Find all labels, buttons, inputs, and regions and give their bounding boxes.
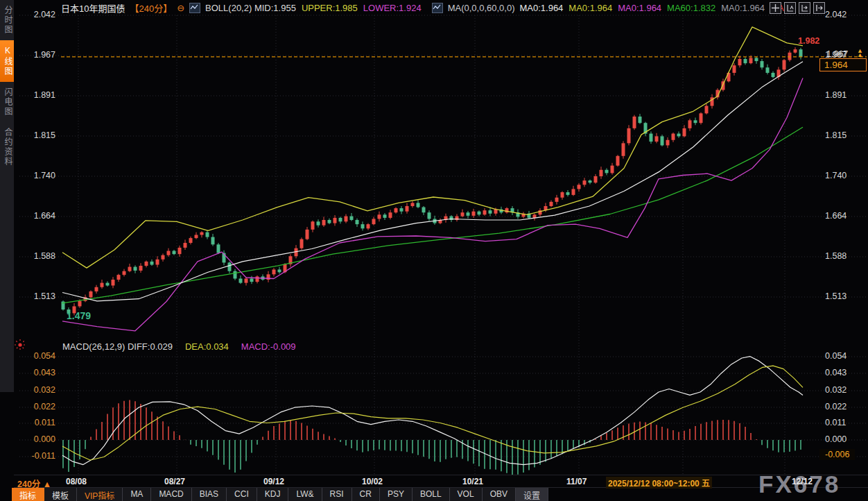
instrument-title: 日本10年期国债 bbox=[61, 1, 125, 15]
price-label-left-7: 1.513 bbox=[24, 291, 55, 301]
macd-label-left-6: -0.011 bbox=[24, 451, 55, 461]
toolbar-button-KDJ[interactable]: KDJ bbox=[257, 488, 289, 501]
ma-value-1: MA0:1.964 bbox=[568, 3, 612, 13]
price-label-left-4: 1.740 bbox=[24, 171, 55, 180]
macd-label-right-0: 0.054 bbox=[825, 351, 847, 361]
macd-value-tag: -0.006 bbox=[819, 449, 855, 460]
price-label-right-2: 1.891 bbox=[825, 90, 847, 100]
price-label-right-0: 2.042 bbox=[825, 10, 847, 19]
pane-toggle-icon[interactable] bbox=[813, 2, 825, 14]
price-label-left-3: 1.815 bbox=[24, 130, 55, 140]
x-axis-date-3: 10/02 bbox=[362, 477, 383, 486]
toolbar-button-模板[interactable]: 模板 bbox=[44, 488, 77, 501]
toolbar-button-设置[interactable]: 设置 bbox=[516, 488, 548, 501]
macd-label-left-4: 0.011 bbox=[24, 418, 55, 427]
price-label-right-6: 1.588 bbox=[825, 251, 847, 261]
macd-label-left-0: 0.054 bbox=[24, 351, 55, 361]
macd-header-value-1: DEA:0.034 bbox=[185, 341, 229, 352]
toolbar-button-VOL[interactable]: VOL bbox=[450, 488, 483, 501]
macd-header-value-2: MACD:-0.009 bbox=[241, 341, 296, 352]
macd-label-left-2: 0.032 bbox=[24, 385, 55, 395]
ma-values: MA0:1.964MA0:1.964MA0:1.964MA60:1.832MA0… bbox=[519, 3, 789, 13]
ma-params: MA(0,0,0,60,0,0) bbox=[448, 3, 515, 13]
x-axis-date-2: 09/12 bbox=[263, 477, 284, 486]
macd-header: MACD(26,12,9) DIFF:0.029DEA:0.034MACD:-0… bbox=[62, 341, 302, 352]
toolbar-button-CCI[interactable]: CCI bbox=[227, 488, 257, 501]
price-label-right-5: 1.664 bbox=[825, 211, 847, 221]
sidebar-item-1[interactable]: K线图 bbox=[0, 40, 14, 82]
boll-value-2: LOWER:1.924 bbox=[363, 3, 422, 13]
x-axis-date-0: 08/08 bbox=[66, 477, 87, 486]
toolbar-button-CR[interactable]: CR bbox=[352, 488, 380, 501]
last-date-label: 12/12 bbox=[792, 477, 813, 486]
macd-label-left-1: 0.043 bbox=[24, 368, 55, 377]
price-label-right-7: 1.513 bbox=[825, 291, 847, 301]
chart-toolbar-icons bbox=[770, 2, 825, 14]
session-timestamp: 2025/12/12 08:00~12:00 五 bbox=[606, 477, 712, 489]
toolbar-button-BIAS[interactable]: BIAS bbox=[192, 488, 227, 501]
price-label-right-4: 1.740 bbox=[825, 171, 847, 180]
price-label-left-6: 1.588 bbox=[24, 251, 55, 261]
toolbar-button-LW&[interactable]: LW& bbox=[288, 488, 322, 501]
macd-label-right-2: 0.032 bbox=[825, 385, 847, 395]
toolbar-button-指标[interactable]: 指标 bbox=[12, 488, 44, 501]
price-label-right-3: 1.815 bbox=[825, 130, 847, 140]
price-label-left-1: 1.967 bbox=[24, 50, 55, 60]
price-label-left-0: 2.042 bbox=[24, 10, 55, 19]
macd-label-right-5: 0.000 bbox=[825, 434, 847, 444]
ma-value-3: MA60:1.832 bbox=[667, 3, 715, 13]
collapse-icon[interactable]: ⊖ bbox=[177, 3, 184, 12]
macd-label-right-3: 0.022 bbox=[825, 402, 847, 411]
axis-price-label: 1.967 bbox=[826, 49, 848, 59]
y-axis-zoom-icon[interactable] bbox=[784, 2, 796, 14]
last-price-tag: 1.964 bbox=[819, 58, 867, 71]
left-sidebar: 分时图K线图闪电图合约资料 bbox=[0, 0, 14, 392]
ma-value-4: MA0:1.964 bbox=[721, 3, 765, 13]
ma-indicator-icon[interactable] bbox=[432, 3, 443, 13]
scroll-to-latest-icon[interactable]: ▲▲ bbox=[857, 49, 863, 57]
trading-app-window: 分时图K线图闪电图合约资料 日本10年期国债 【240分】 ⊖ BOLL(20,… bbox=[0, 0, 868, 501]
recent-low-label: 1.479 bbox=[67, 310, 91, 321]
crosshair-move-icon[interactable] bbox=[770, 2, 781, 14]
sidebar-item-3[interactable]: 合约资料 bbox=[0, 122, 14, 172]
x-axis-zoom-icon[interactable] bbox=[799, 2, 810, 14]
price-label-left-2: 1.891 bbox=[24, 90, 55, 100]
indicator-toolbar: 指标模板VIP指标MAMACDBIASCCIKDJLW&RSICRPSYBOLL… bbox=[12, 488, 548, 501]
x-axis-date-4: 10/21 bbox=[462, 477, 483, 486]
sidebar-item-2[interactable]: 闪电图 bbox=[0, 82, 14, 122]
recent-high-label: 1.982 bbox=[798, 36, 819, 46]
ma-value-2: MA0:1.964 bbox=[618, 3, 661, 13]
toolbar-button-MA[interactable]: MA bbox=[123, 488, 151, 501]
timeframe-label[interactable]: 【240分】 bbox=[130, 1, 172, 15]
boll-value-0: BOLL(20,2) MID:1.955 bbox=[205, 3, 296, 13]
sidebar-item-0[interactable]: 分时图 bbox=[0, 0, 14, 40]
ma-value-0: MA0:1.964 bbox=[519, 3, 563, 13]
boll-indicator-icon[interactable] bbox=[189, 3, 200, 13]
toolbar-button-VIP指标[interactable]: VIP指标 bbox=[77, 488, 123, 501]
boll-values: BOLL(20,2) MID:1.955UPPER:1.985LOWER:1.9… bbox=[205, 3, 427, 13]
toolbar-button-BOLL[interactable]: BOLL bbox=[413, 488, 450, 501]
price-label-left-5: 1.664 bbox=[24, 211, 55, 221]
toolbar-button-RSI[interactable]: RSI bbox=[322, 488, 352, 501]
macd-header-value-0: MACD(26,12,9) DIFF:0.029 bbox=[62, 341, 173, 352]
candlestick-macd-chart[interactable] bbox=[0, 0, 868, 501]
macd-label-right-1: 0.043 bbox=[825, 368, 847, 377]
macd-label-left-3: 0.022 bbox=[24, 402, 55, 411]
x-axis-date-1: 08/27 bbox=[164, 477, 185, 486]
macd-label-right-4: 0.011 bbox=[825, 418, 846, 427]
macd-label-left-5: 0.000 bbox=[24, 434, 55, 444]
toolbar-button-MACD[interactable]: MACD bbox=[151, 488, 191, 501]
chart-header: 日本10年期国债 【240分】 ⊖ BOLL(20,2) MID:1.955UP… bbox=[61, 1, 790, 14]
toolbar-button-OBV[interactable]: OBV bbox=[483, 488, 516, 501]
x-axis-date-5: 11/07 bbox=[566, 477, 587, 486]
alert-icon[interactable] bbox=[14, 339, 26, 354]
boll-value-1: UPPER:1.985 bbox=[302, 3, 358, 13]
toolbar-button-PSY[interactable]: PSY bbox=[380, 488, 413, 501]
